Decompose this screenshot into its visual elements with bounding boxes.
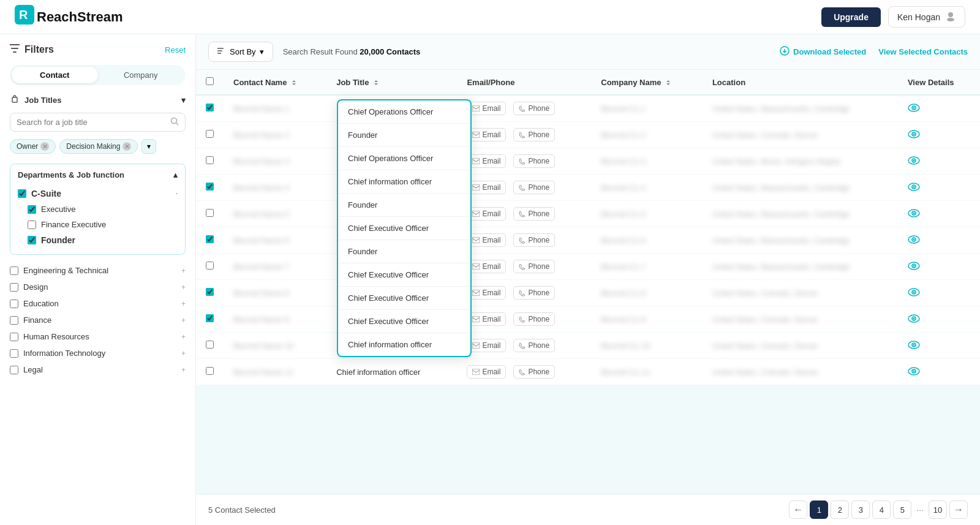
dept-hr[interactable]: Human Resources + bbox=[10, 328, 186, 345]
row-checkbox[interactable] bbox=[206, 367, 214, 375]
phone-button[interactable]: Phone bbox=[513, 154, 555, 168]
view-details-icon[interactable] bbox=[908, 287, 920, 299]
phone-button[interactable]: Phone bbox=[513, 181, 555, 194]
tags-dropdown-button[interactable]: ▾ bbox=[141, 139, 156, 154]
executive-checkbox[interactable] bbox=[28, 205, 36, 214]
phone-button[interactable]: Phone bbox=[513, 128, 555, 142]
phone-button[interactable]: Phone bbox=[513, 286, 555, 300]
row-checkbox[interactable] bbox=[206, 262, 214, 270]
popup-job-title-item[interactable]: Chief Executive Officer bbox=[338, 263, 470, 287]
page-10-button[interactable]: 10 bbox=[929, 500, 947, 519]
finance-executive-checkbox[interactable] bbox=[28, 221, 36, 229]
row-checkbox[interactable] bbox=[206, 341, 214, 349]
finance-checkbox[interactable] bbox=[10, 316, 18, 325]
dept-engineering[interactable]: Engineering & Technical + bbox=[10, 262, 186, 279]
remove-owner-tag[interactable]: ✕ bbox=[40, 142, 49, 151]
dept-design[interactable]: Design + bbox=[10, 279, 186, 295]
dept-education[interactable]: Education + bbox=[10, 295, 186, 312]
view-details-icon[interactable] bbox=[908, 260, 920, 273]
next-page-button[interactable]: → bbox=[949, 500, 968, 519]
email-button[interactable]: Email bbox=[467, 233, 506, 247]
dept-legal[interactable]: Legal + bbox=[10, 361, 186, 378]
email-button[interactable]: Email bbox=[467, 207, 506, 221]
hr-checkbox[interactable] bbox=[10, 333, 18, 341]
popup-job-title-item[interactable]: Chief Operations Officer bbox=[338, 147, 470, 170]
phone-button[interactable]: Phone bbox=[513, 365, 555, 379]
page-2-button[interactable]: 2 bbox=[831, 500, 849, 519]
popup-job-title-item[interactable]: Founder bbox=[338, 194, 470, 217]
view-details-icon[interactable] bbox=[908, 129, 920, 141]
remove-decision-making-tag[interactable]: ✕ bbox=[123, 142, 131, 151]
csuite-item[interactable]: C-Suite · bbox=[18, 186, 178, 202]
download-selected-button[interactable]: Download Selected bbox=[780, 46, 866, 58]
founder-checkbox[interactable] bbox=[28, 236, 36, 244]
popup-job-title-item[interactable]: Chief information officer bbox=[338, 333, 470, 356]
it-checkbox[interactable] bbox=[10, 349, 18, 358]
job-title-search-box[interactable] bbox=[10, 113, 186, 132]
dept-it[interactable]: Information Technology + bbox=[10, 345, 186, 361]
email-button[interactable]: Email bbox=[467, 102, 506, 115]
email-button[interactable]: Email bbox=[467, 339, 506, 352]
row-checkbox[interactable] bbox=[206, 104, 214, 111]
email-button[interactable]: Email bbox=[467, 260, 506, 273]
phone-button[interactable]: Phone bbox=[513, 339, 555, 352]
view-details-icon[interactable] bbox=[908, 155, 920, 167]
sub-item-executive[interactable]: Executive bbox=[18, 202, 178, 217]
dept-finance[interactable]: Finance + bbox=[10, 312, 186, 328]
email-button[interactable]: Email bbox=[467, 286, 506, 300]
csuite-checkbox[interactable] bbox=[18, 189, 26, 198]
row-checkbox[interactable] bbox=[206, 209, 214, 217]
phone-button[interactable]: Phone bbox=[513, 207, 555, 221]
sort-job-title-icon[interactable] bbox=[374, 80, 379, 86]
email-button[interactable]: Email bbox=[467, 128, 506, 142]
tab-contact[interactable]: Contact bbox=[12, 67, 98, 83]
popup-job-title-item[interactable]: Chief Executive Officer bbox=[338, 287, 470, 310]
legal-checkbox[interactable] bbox=[10, 366, 18, 374]
prev-page-button[interactable]: ← bbox=[789, 500, 807, 519]
popup-job-title-item[interactable]: Chief information officer bbox=[338, 170, 470, 194]
sort-company-name-icon[interactable] bbox=[666, 80, 671, 86]
sub-item-finance-executive[interactable]: Finance Executive bbox=[18, 217, 178, 232]
popup-job-title-item[interactable]: Chief Executive Officer bbox=[338, 310, 470, 333]
user-chip[interactable]: Ken Hogan bbox=[888, 6, 965, 28]
upgrade-button[interactable]: Upgrade bbox=[821, 7, 881, 27]
page-1-button[interactable]: 1 bbox=[810, 500, 828, 519]
page-4-button[interactable]: 4 bbox=[872, 500, 891, 519]
row-checkbox[interactable] bbox=[206, 156, 214, 164]
page-3-button[interactable]: 3 bbox=[851, 500, 870, 519]
select-all-checkbox[interactable] bbox=[206, 77, 214, 85]
row-checkbox[interactable] bbox=[206, 314, 214, 322]
page-5-button[interactable]: 5 bbox=[893, 500, 911, 519]
phone-button[interactable]: Phone bbox=[513, 312, 555, 326]
phone-button[interactable]: Phone bbox=[513, 102, 555, 115]
phone-button[interactable]: Phone bbox=[513, 233, 555, 247]
sort-contact-name-icon[interactable] bbox=[292, 80, 296, 86]
popup-job-title-item[interactable]: Chief Operations Officer bbox=[338, 100, 470, 124]
view-details-icon[interactable] bbox=[908, 208, 920, 220]
sub-item-founder[interactable]: Founder bbox=[18, 232, 178, 248]
view-details-icon[interactable] bbox=[908, 366, 920, 378]
design-checkbox[interactable] bbox=[10, 283, 18, 292]
view-details-icon[interactable] bbox=[908, 102, 920, 115]
row-checkbox[interactable] bbox=[206, 288, 214, 296]
phone-button[interactable]: Phone bbox=[513, 260, 555, 273]
row-checkbox[interactable] bbox=[206, 130, 214, 138]
email-button[interactable]: Email bbox=[467, 312, 506, 326]
education-checkbox[interactable] bbox=[10, 300, 18, 308]
sort-by-button[interactable]: Sort By ▾ bbox=[208, 42, 273, 62]
view-details-icon[interactable] bbox=[908, 234, 920, 246]
row-checkbox[interactable] bbox=[206, 183, 214, 191]
view-details-icon[interactable] bbox=[908, 181, 920, 194]
email-button[interactable]: Email bbox=[467, 181, 506, 194]
row-checkbox[interactable] bbox=[206, 235, 214, 243]
view-details-icon[interactable] bbox=[908, 313, 920, 325]
tab-company[interactable]: Company bbox=[98, 67, 184, 83]
email-button[interactable]: Email bbox=[467, 154, 506, 168]
reset-link[interactable]: Reset bbox=[165, 45, 186, 55]
email-button[interactable]: Email bbox=[467, 365, 506, 379]
engineering-checkbox[interactable] bbox=[10, 266, 18, 275]
view-details-icon[interactable] bbox=[908, 339, 920, 352]
popup-job-title-item[interactable]: Founder bbox=[338, 124, 470, 147]
job-title-search-input[interactable] bbox=[17, 118, 167, 127]
popup-job-title-item[interactable]: Founder bbox=[338, 240, 470, 263]
